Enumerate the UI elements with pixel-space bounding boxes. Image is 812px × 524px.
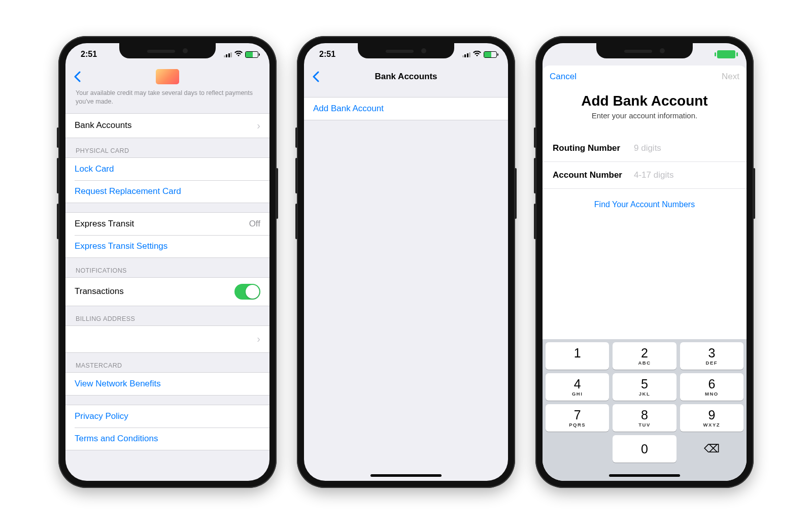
express-transit-settings-label: Express Transit Settings <box>75 241 260 251</box>
privacy-policy-row[interactable]: Privacy Policy <box>65 405 269 428</box>
chevron-right-icon: › <box>257 120 260 132</box>
cancel-button[interactable]: Cancel <box>550 66 577 88</box>
key-6[interactable]: 6MNO <box>680 373 743 401</box>
nav-bar: Bank Accounts <box>304 66 508 88</box>
cellular-icon <box>462 51 471 57</box>
terms-row[interactable]: Terms and Conditions <box>65 428 269 450</box>
backspace-icon: ⌫ <box>704 442 720 455</box>
key-9[interactable]: 9WXYZ <box>680 404 743 432</box>
chevron-right-icon: › <box>257 333 260 345</box>
add-bank-account-label: Add Bank Account <box>313 104 499 114</box>
key-7[interactable]: 7PQRS <box>546 404 609 432</box>
lock-card-label: Lock Card <box>75 164 260 174</box>
transactions-toggle[interactable] <box>234 284 260 300</box>
transactions-row: Transactions <box>65 278 269 306</box>
wifi-icon <box>473 51 481 58</box>
home-indicator[interactable] <box>370 474 442 477</box>
routing-placeholder: 9 digits <box>634 143 661 153</box>
add-bank-account-row[interactable]: Add Bank Account <box>304 97 508 120</box>
account-placeholder: 4-17 digits <box>634 170 673 180</box>
notch <box>358 43 454 58</box>
key-4[interactable]: 4GHI <box>546 373 609 401</box>
status-time: 2:51 <box>81 50 97 59</box>
phone-frame-1: 2:51 Your available credit may take seve… <box>58 36 277 488</box>
billing-header: BILLING ADDRESS <box>65 306 269 325</box>
screen-2: 2:51 Bank Accounts Add Bank Account <box>304 43 508 481</box>
key-3[interactable]: 3DEF <box>680 342 743 370</box>
express-transit-value: Off <box>249 219 260 229</box>
key-2[interactable]: 2ABC <box>613 342 676 370</box>
key-5[interactable]: 5JKL <box>613 373 676 401</box>
account-label: Account Number <box>553 170 634 180</box>
page-title: Bank Accounts <box>375 72 437 82</box>
mastercard-header: MASTERCARD <box>65 353 269 372</box>
bank-accounts-label: Bank Accounts <box>75 120 253 130</box>
key-delete[interactable]: ⌫ <box>680 435 743 463</box>
screen-3: Cancel Next Add Bank Account Enter your … <box>543 43 747 481</box>
page-title: Add Bank Account <box>543 88 747 111</box>
transactions-label: Transactions <box>75 286 234 297</box>
privacy-label: Privacy Policy <box>75 411 260 421</box>
find-account-numbers-link[interactable]: Find Your Account Numbers <box>543 189 747 220</box>
express-transit-row[interactable]: Express Transit Off <box>65 213 269 235</box>
nav-bar <box>65 66 269 88</box>
apple-card-icon <box>156 69 179 84</box>
back-button[interactable] <box>309 66 322 88</box>
modal-sheet: Cancel Next Add Bank Account Enter your … <box>543 66 747 481</box>
wifi-icon <box>234 51 243 58</box>
notch <box>596 43 693 58</box>
phone-frame-3: Cancel Next Add Bank Account Enter your … <box>535 36 754 488</box>
billing-address-row[interactable]: › <box>65 326 269 352</box>
lock-card-row[interactable]: Lock Card <box>65 158 269 180</box>
view-benefits-label: View Network Benefits <box>75 379 260 389</box>
battery-icon <box>484 51 497 58</box>
routing-number-field[interactable]: Routing Number 9 digits <box>543 135 747 162</box>
subtitle: Enter your account information. <box>543 111 747 135</box>
request-replacement-row[interactable]: Request Replacement Card <box>65 180 269 203</box>
routing-label: Routing Number <box>553 143 634 153</box>
battery-charging-icon <box>717 50 735 58</box>
battery-icon <box>245 51 258 58</box>
key-1[interactable]: 1 <box>546 342 609 370</box>
key-0[interactable]: 0 <box>613 435 676 463</box>
credit-note: Your available credit may take several d… <box>65 88 269 113</box>
screen-1: 2:51 Your available credit may take seve… <box>65 43 269 481</box>
notch <box>119 43 216 58</box>
numeric-keypad: 1 2ABC 3DEF 4GHI 5JKL 6MNO 7PQRS 8TUV 9W… <box>543 339 747 466</box>
nav-bar: Cancel Next <box>543 66 747 88</box>
request-replacement-label: Request Replacement Card <box>75 186 260 196</box>
phone-frame-2: 2:51 Bank Accounts Add Bank Account <box>297 36 515 488</box>
account-number-field[interactable]: Account Number 4-17 digits <box>543 162 747 189</box>
physical-card-header: PHYSICAL CARD <box>65 138 269 157</box>
terms-label: Terms and Conditions <box>75 434 260 444</box>
home-indicator[interactable] <box>543 466 747 481</box>
view-benefits-row[interactable]: View Network Benefits <box>65 373 269 395</box>
cellular-icon <box>224 51 232 57</box>
bank-accounts-row[interactable]: Bank Accounts › <box>65 114 269 138</box>
key-blank <box>546 435 609 463</box>
next-button[interactable]: Next <box>722 66 739 88</box>
notifications-header: NOTIFICATIONS <box>65 258 269 277</box>
express-transit-label: Express Transit <box>75 219 249 229</box>
key-8[interactable]: 8TUV <box>613 404 676 432</box>
back-button[interactable] <box>71 66 84 88</box>
status-time: 2:51 <box>319 50 335 59</box>
express-transit-settings-row[interactable]: Express Transit Settings <box>65 235 269 257</box>
